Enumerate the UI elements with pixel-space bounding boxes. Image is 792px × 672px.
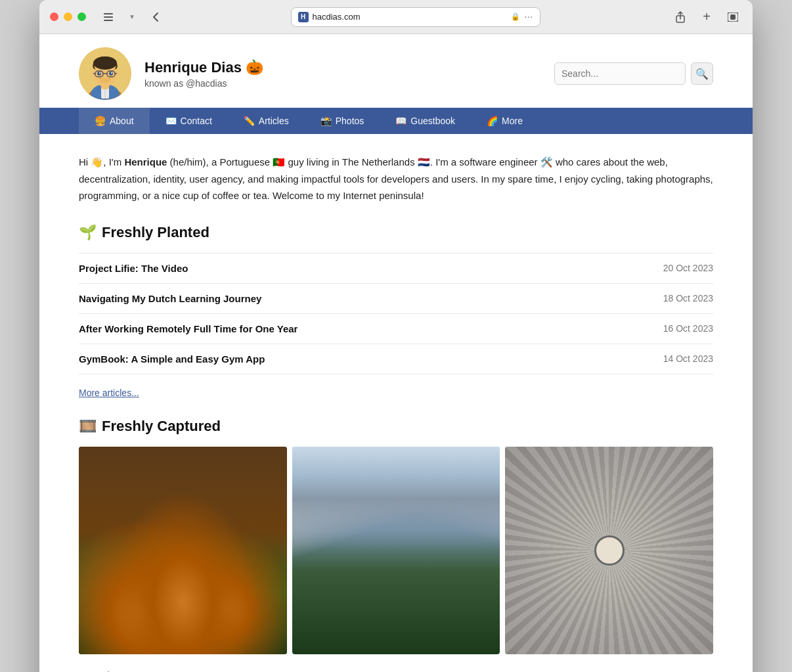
new-tab-button[interactable]: + xyxy=(697,8,716,26)
freshly-planted-title: 🌱 Freshly Planted xyxy=(79,224,713,241)
share-button[interactable] xyxy=(671,8,690,26)
photo-spiral[interactable] xyxy=(505,447,713,655)
svg-rect-5 xyxy=(730,14,736,20)
nav-label-about: About xyxy=(110,116,134,126)
article-date: 16 Oct 2023 xyxy=(663,323,713,334)
profile-info: Henrique Dias 🎃 known as @hacdias xyxy=(144,59,263,89)
table-row[interactable]: Navigating My Dutch Learning Journey 18 … xyxy=(79,284,713,314)
article-title: Navigating My Dutch Learning Journey xyxy=(79,293,261,304)
nav-label-more: More xyxy=(502,116,523,126)
site-favicon: H xyxy=(298,12,309,22)
address-bar[interactable]: H hacdias.com 🔒 ··· xyxy=(291,7,540,27)
article-title: Project Lifie: The Video xyxy=(79,263,188,274)
browser-actions: + xyxy=(671,8,742,26)
site-nav: 🍔 About ✉️ Contact ✏️ Articles 📸 Photos … xyxy=(39,108,753,134)
search-button[interactable]: 🔍 xyxy=(691,62,713,85)
minimize-button[interactable] xyxy=(64,12,72,21)
freshly-captured-title: 🎞️ Freshly Captured xyxy=(79,418,713,435)
guestbook-icon: 📖 xyxy=(395,116,407,126)
back-button[interactable] xyxy=(146,8,165,26)
article-title: After Working Remotely Full Time for One… xyxy=(79,323,297,334)
svg-rect-1 xyxy=(104,16,113,18)
chevron-down-icon[interactable]: ▼ xyxy=(123,8,141,26)
more-articles-link[interactable]: More articles... xyxy=(79,388,139,398)
table-row[interactable]: Project Lifie: The Video 20 Oct 2023 xyxy=(79,253,713,284)
search-input[interactable] xyxy=(554,62,686,85)
svg-point-22 xyxy=(97,72,101,76)
nav-label-photos: Photos xyxy=(336,116,364,126)
photo-mushrooms[interactable] xyxy=(79,447,287,655)
site-header: Henrique Dias 🎃 known as @hacdias 🔍 xyxy=(39,34,753,100)
url-display: hacdias.com xyxy=(313,12,508,22)
svg-point-26 xyxy=(100,78,110,83)
nav-label-contact: Contact xyxy=(181,116,212,126)
nav-item-contact[interactable]: ✉️ Contact xyxy=(150,108,228,134)
traffic-lights xyxy=(50,12,86,21)
nav-item-photos[interactable]: 📸 Photos xyxy=(305,108,380,134)
table-row[interactable]: After Working Remotely Full Time for One… xyxy=(79,314,713,344)
photos-icon: 📸 xyxy=(320,116,332,126)
nav-item-more[interactable]: 🌈 More xyxy=(471,108,539,134)
about-icon: 🍔 xyxy=(95,116,106,126)
freshly-captured-icon: 🎞️ xyxy=(79,418,97,435)
profile-handle: known as @hacdias xyxy=(144,78,263,89)
nav-item-about[interactable]: 🍔 About xyxy=(79,108,150,134)
search-section: 🔍 xyxy=(554,62,713,85)
nav-item-guestbook[interactable]: 📖 Guestbook xyxy=(380,108,471,134)
main-content: Hi 👋, I'm Henrique (he/him), a Portugues… xyxy=(39,134,753,672)
bio-text: Hi 👋, I'm Henrique (he/him), a Portugues… xyxy=(79,154,713,204)
svg-rect-2 xyxy=(104,20,113,21)
close-button[interactable] xyxy=(50,12,58,21)
address-bar-container: H hacdias.com 🔒 ··· xyxy=(173,7,658,27)
browser-controls: ▼ xyxy=(99,8,165,26)
photo-mountains[interactable] xyxy=(292,447,500,655)
sidebar-toggle-button[interactable] xyxy=(99,8,118,26)
svg-point-14 xyxy=(95,56,116,67)
article-date: 14 Oct 2023 xyxy=(663,353,713,364)
address-bar-more-button[interactable]: ··· xyxy=(524,11,533,23)
articles-icon: ✏️ xyxy=(244,116,255,126)
articles-list: Project Lifie: The Video 20 Oct 2023 Nav… xyxy=(79,253,713,374)
contact-icon: ✉️ xyxy=(165,116,177,126)
svg-point-25 xyxy=(111,72,112,74)
profile-name: Henrique Dias 🎃 xyxy=(144,59,263,76)
freshly-planted-icon: 🌱 xyxy=(79,224,97,241)
nav-label-guestbook: Guestbook xyxy=(410,116,455,126)
photos-grid xyxy=(79,447,713,655)
article-title: GymBook: A Simple and Easy Gym App xyxy=(79,353,265,365)
svg-rect-0 xyxy=(104,13,113,14)
more-icon: 🌈 xyxy=(487,116,498,126)
browser-window: ▼ H hacdias.com 🔒 ··· xyxy=(39,0,753,672)
profile-section: Henrique Dias 🎃 known as @hacdias xyxy=(79,47,263,100)
svg-point-23 xyxy=(109,72,113,76)
tabs-button[interactable] xyxy=(724,8,742,26)
table-row[interactable]: GymBook: A Simple and Easy Gym App 14 Oc… xyxy=(79,344,713,374)
page-content: Henrique Dias 🎃 known as @hacdias 🔍 🍔 Ab… xyxy=(39,34,753,672)
article-date: 20 Oct 2023 xyxy=(663,263,713,273)
nav-item-articles[interactable]: ✏️ Articles xyxy=(228,108,305,134)
avatar xyxy=(79,47,131,100)
lock-icon: 🔒 xyxy=(511,12,520,21)
nav-label-articles: Articles xyxy=(259,116,289,126)
svg-point-24 xyxy=(99,72,100,74)
article-date: 18 Oct 2023 xyxy=(663,293,713,303)
maximize-button[interactable] xyxy=(77,12,86,21)
title-bar: ▼ H hacdias.com 🔒 ··· xyxy=(39,0,753,34)
